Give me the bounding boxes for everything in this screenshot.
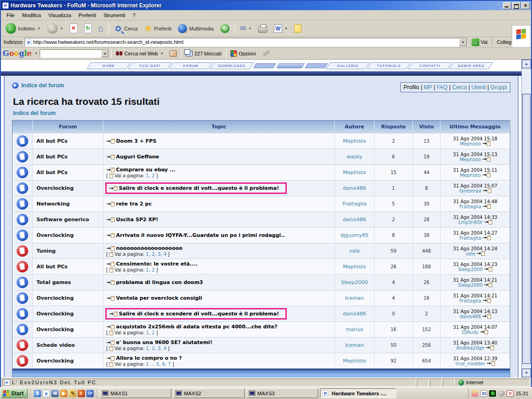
- google-search-input[interactable]: ▼: [40, 49, 109, 58]
- topic-link[interactable]: Arrivato il nuovo IQYFA-Y...Guardate un …: [116, 232, 285, 238]
- author-link[interactable]: Iceman: [345, 295, 364, 301]
- author-link[interactable]: Iceman: [345, 342, 364, 348]
- user-link-utenti[interactable]: Utenti: [472, 84, 486, 91]
- last-author-link[interactable]: Mephisto: [460, 141, 481, 146]
- nav-tab-galleria[interactable]: GALLERIA: [326, 62, 370, 69]
- address-input[interactable]: e http://www.hwtweakers.net/forumssearch…: [24, 38, 467, 47]
- nav-tab-downloads[interactable]: DOWNLOADS: [210, 62, 254, 69]
- latest-post-icon[interactable]: →: [484, 220, 492, 224]
- forum-index-link[interactable]: Indice del forum: [13, 110, 510, 116]
- latest-post-icon[interactable]: →: [483, 236, 491, 240]
- latest-post-icon[interactable]: →: [483, 188, 491, 193]
- go-button[interactable]: → Vai: [469, 38, 490, 47]
- forward-dropdown-icon[interactable]: ▼: [60, 27, 63, 30]
- stop-button[interactable]: ✕: [67, 22, 80, 35]
- author-link[interactable]: vale: [349, 248, 360, 254]
- highlighter-button[interactable]: [260, 49, 273, 58]
- menu-item-?[interactable]: ?: [129, 11, 139, 19]
- latest-post-icon[interactable]: →: [487, 361, 495, 366]
- edit-word-button[interactable]: W ▼: [271, 23, 290, 34]
- topic-link[interactable]: Censimento: le vostre età....: [116, 261, 198, 267]
- outlook-icon[interactable]: ✉: [51, 390, 59, 397]
- user-link-cerca[interactable]: Cerca: [452, 84, 467, 91]
- taskbar-button-maxs2[interactable]: MAXS2: [173, 388, 245, 398]
- address-dropdown-button[interactable]: ▼: [459, 38, 467, 46]
- author-link[interactable]: Mephisto: [343, 358, 366, 364]
- latest-post-icon[interactable]: →: [482, 141, 490, 146]
- scroll-up-arrow[interactable]: ▲: [522, 60, 531, 68]
- last-author-link[interactable]: true_modder: [455, 361, 485, 366]
- latest-post-icon[interactable]: →: [480, 330, 488, 334]
- latest-post-icon[interactable]: →: [482, 157, 490, 162]
- nav-tab-admin-area[interactable]: ADMIN AREA: [449, 62, 493, 69]
- mail-dropdown-icon[interactable]: ▼: [248, 27, 252, 30]
- latest-post-icon[interactable]: →: [483, 204, 491, 209]
- scroll-down-arrow[interactable]: ▼: [522, 369, 531, 377]
- scrollbar-thumb[interactable]: [522, 94, 531, 364]
- goto-page-links[interactable]: 1, 2: [146, 173, 155, 178]
- internet-explorer-icon[interactable]: e: [42, 390, 50, 397]
- page-scrollbar[interactable]: ▲ ▼: [521, 60, 531, 377]
- task-manager-tray-icon[interactable]: ▥: [489, 390, 496, 397]
- media-player-icon[interactable]: ▶: [60, 390, 67, 397]
- latest-post-icon[interactable]: →: [477, 251, 485, 256]
- last-author-link[interactable]: Frattaglia: [459, 298, 481, 303]
- topic-link[interactable]: Auguri Geffone: [116, 154, 159, 160]
- latest-post-icon[interactable]: →: [482, 314, 490, 319]
- author-link[interactable]: Mephisto: [343, 138, 366, 144]
- google-dropdown-icon[interactable]: ▼: [34, 52, 37, 55]
- clock[interactable]: 15.31: [515, 391, 528, 396]
- nav-tab-forum[interactable]: FORUM: [169, 62, 213, 69]
- breadcrumb-index-link[interactable]: Indice del forum: [21, 82, 64, 89]
- author-link[interactable]: danis486: [343, 217, 366, 223]
- google-logo[interactable]: Google: [3, 49, 31, 58]
- user-link-profilo[interactable]: Profilo: [404, 84, 419, 91]
- author-link[interactable]: marius: [346, 326, 363, 332]
- author-link[interactable]: wasky: [347, 154, 363, 160]
- minimize-button[interactable]: [503, 2, 511, 9]
- restore-button[interactable]: [512, 2, 520, 9]
- last-author-link[interactable]: 1mp3r4t0r: [458, 220, 483, 225]
- topic-link[interactable]: Ventola per overclock consigli: [116, 295, 202, 301]
- topic-link[interactable]: Uscita SP2 XP!: [116, 217, 158, 223]
- home-button[interactable]: ⌂: [96, 23, 106, 35]
- author-link[interactable]: Mephisto: [343, 264, 366, 270]
- antivirus-tray-icon[interactable]: V: [507, 390, 514, 397]
- latest-post-icon[interactable]: →: [484, 267, 492, 272]
- web-search-dropdown-icon[interactable]: ▼: [160, 52, 163, 55]
- close-button[interactable]: [521, 2, 530, 9]
- latest-post-icon[interactable]: →: [483, 298, 491, 303]
- topic-link[interactable]: noooooooooooooooooo: [116, 245, 182, 251]
- lp-icon[interactable]: LP: [86, 390, 94, 397]
- author-link[interactable]: Frattaglia: [343, 201, 367, 207]
- topic-link[interactable]: rete tra 2 pc: [116, 201, 151, 207]
- search-button[interactable]: Cerca: [111, 23, 140, 34]
- menu-item-modifica[interactable]: Modifica: [18, 11, 45, 19]
- last-author-link[interactable]: Sleep2000: [458, 283, 483, 288]
- nav-tab-tutorials[interactable]: TUTORIALS: [367, 62, 411, 69]
- last-author-link[interactable]: Mephisto: [460, 173, 481, 178]
- scrollbar-track[interactable]: [522, 68, 531, 369]
- messenger-button[interactable]: [291, 23, 304, 34]
- refresh-button[interactable]: ↻: [81, 22, 95, 35]
- last-author-link[interactable]: Andrea20ge: [456, 345, 484, 351]
- forward-button[interactable]: → ▼: [44, 22, 66, 35]
- last-author-link[interactable]: Frattaglia: [459, 204, 481, 209]
- menu-item-visualizza[interactable]: Visualizza: [45, 11, 75, 19]
- last-author-link[interactable]: Sleep2000: [458, 267, 483, 272]
- msn-icon[interactable]: 8: [34, 390, 41, 397]
- topic-link[interactable]: problama di lingua con doom3: [116, 279, 203, 285]
- taskbar-button-maxs1[interactable]: MAXS1: [100, 388, 171, 398]
- latest-post-icon[interactable]: →: [486, 345, 494, 350]
- topic-link[interactable]: e' buona una 9600 SE? aiutatemi!: [116, 339, 212, 345]
- topic-link[interactable]: Salire di clock e scendere di volt...que…: [119, 185, 279, 191]
- back-button[interactable]: ← Indietro ▼: [3, 22, 43, 35]
- media-button[interactable]: Multimedia: [175, 23, 216, 35]
- author-link[interactable]: djgusmy85: [340, 232, 369, 238]
- topic-link[interactable]: Doom 3 + FPS: [116, 138, 157, 144]
- topic-link[interactable]: Allora lo compro o no ?: [116, 355, 182, 361]
- popup-blocker-button[interactable]: 227 bloccati: [184, 50, 224, 57]
- taskbar-button-hardwaretweakers[interactable]: eHardware Tweakers -...: [320, 388, 396, 398]
- google-options-button[interactable]: Opzioni: [229, 49, 258, 58]
- google-news-button[interactable]: [168, 49, 179, 58]
